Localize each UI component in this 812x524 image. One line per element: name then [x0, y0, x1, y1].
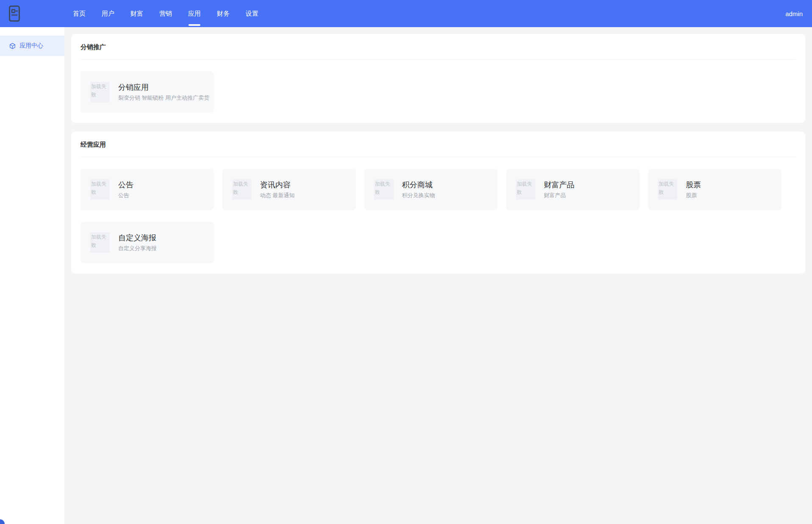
- section-business-apps: 经营应用 加载失败 公告 公告 加载失败 资讯内容 动态 最新通知 加载失败: [71, 131, 805, 273]
- user-menu-admin[interactable]: admin: [785, 10, 803, 17]
- main-content: 分销推广 加载失败 分销应用 裂变分销 智能锁粉 用户主动推广卖货 经营应用 加…: [64, 27, 812, 524]
- app-name: 分销应用: [118, 83, 209, 92]
- app-description: 公告: [118, 192, 133, 198]
- app-name: 财富产品: [544, 181, 574, 189]
- main-nav-menu: 首页 用户 财富 营销 应用 财务 设置: [65, 0, 266, 27]
- app-name: 自定义海报: [118, 234, 157, 242]
- nav-item-apps-label: 应用: [188, 10, 201, 17]
- card-info: 股票 股票: [686, 181, 701, 198]
- app-card-wealth-products[interactable]: 加载失败 财富产品 财富产品: [506, 169, 640, 210]
- box-icon: [9, 43, 16, 49]
- app-card-points-mall[interactable]: 加载失败 积分商城 积分兑换实物: [364, 169, 498, 210]
- section-divider: [80, 157, 796, 157]
- broken-image-placeholder: 加载失败: [658, 179, 677, 200]
- card-info: 自定义海报 自定义分享海报: [118, 234, 157, 251]
- app-description: 财富产品: [544, 192, 574, 198]
- section-divider: [80, 59, 796, 60]
- sidebar-item-label: 应用中心: [19, 42, 43, 50]
- broken-image-placeholder: 加载失败: [90, 232, 110, 253]
- nav-item-home[interactable]: 首页: [65, 0, 94, 27]
- card-info: 积分商城 积分兑换实物: [402, 181, 435, 198]
- app-description: 自定义分享海报: [118, 245, 157, 251]
- nav-item-wealth[interactable]: 财富: [122, 0, 151, 27]
- nav-item-users[interactable]: 用户: [94, 0, 122, 27]
- app-name: 积分商城: [402, 181, 435, 189]
- section-title: 分销推广: [80, 43, 796, 50]
- sidebar-item-app-center[interactable]: 应用中心: [0, 36, 64, 56]
- app-description: 动态 最新通知: [260, 192, 295, 198]
- card-info: 分销应用 裂变分销 智能锁粉 用户主动推广卖货: [118, 83, 209, 101]
- broken-image-placeholder: 加载失败: [516, 179, 535, 200]
- sidebar: 应用中心: [0, 27, 64, 524]
- card-info: 公告 公告: [118, 181, 133, 198]
- nav-item-marketing[interactable]: 营销: [151, 0, 180, 27]
- broken-image-placeholder: 加载失败: [90, 179, 110, 200]
- app-card-distribution-app[interactable]: 加载失败 分销应用 裂变分销 智能锁粉 用户主动推广卖货: [80, 71, 214, 113]
- card-grid: 加载失败 公告 公告 加载失败 资讯内容 动态 最新通知 加载失败 积分商城 积…: [80, 169, 796, 263]
- app-name: 资讯内容: [260, 181, 295, 189]
- app-description: 积分兑换实物: [402, 192, 435, 198]
- app-card-announcement[interactable]: 加载失败 公告 公告: [80, 169, 214, 210]
- section-distribution-promo: 分销推广 加载失败 分销应用 裂变分销 智能锁粉 用户主动推广卖货: [71, 34, 805, 123]
- app-card-stocks[interactable]: 加载失败 股票 股票: [648, 169, 782, 210]
- card-grid: 加载失败 分销应用 裂变分销 智能锁粉 用户主动推广卖货: [80, 71, 796, 113]
- broken-image-placeholder: 加载失败: [232, 179, 252, 200]
- app-name: 公告: [118, 181, 133, 189]
- broken-image-placeholder: 加载失败: [90, 82, 110, 102]
- nav-item-finance[interactable]: 财务: [209, 0, 238, 27]
- document-logo-icon: [9, 6, 20, 22]
- nav-item-apps[interactable]: 应用: [180, 0, 209, 27]
- top-navbar: 首页 用户 财富 营销 应用 财务 设置 admin: [0, 0, 812, 27]
- card-info: 财富产品 财富产品: [544, 181, 574, 198]
- app-description: 股票: [686, 192, 701, 198]
- app-card-news-content[interactable]: 加载失败 资讯内容 动态 最新通知: [222, 169, 356, 210]
- app-name: 股票: [686, 181, 701, 189]
- broken-image-placeholder: 加载失败: [374, 179, 394, 200]
- section-title: 经营应用: [80, 141, 796, 148]
- nav-item-settings[interactable]: 设置: [238, 0, 266, 27]
- app-description: 裂变分销 智能锁粉 用户主动推广卖货: [118, 95, 209, 101]
- active-tab-underline: [188, 24, 200, 26]
- card-info: 资讯内容 动态 最新通知: [260, 181, 295, 198]
- app-card-custom-poster[interactable]: 加载失败 自定义海报 自定义分享海报: [80, 222, 214, 263]
